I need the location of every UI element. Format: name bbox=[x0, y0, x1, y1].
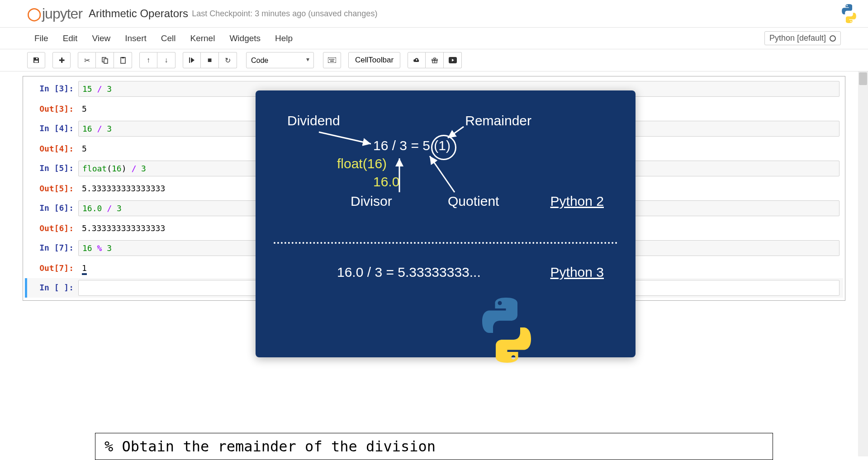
kernel-name: Python [default] bbox=[769, 33, 826, 43]
in-prompt: In [ ]: bbox=[28, 280, 78, 296]
svg-rect-9 bbox=[333, 59, 334, 60]
youtube-button[interactable] bbox=[444, 52, 462, 68]
jupyter-logo[interactable]: ◯ jupyter bbox=[27, 5, 82, 22]
svg-rect-7 bbox=[331, 59, 332, 60]
label-python2: Python 2 bbox=[550, 194, 604, 209]
in-prompt: In [4]: bbox=[28, 121, 78, 137]
scrollbar[interactable] bbox=[858, 71, 868, 456]
svg-line-17 bbox=[430, 156, 455, 192]
restart-kernel-button[interactable]: ↻ bbox=[219, 52, 237, 68]
float-value: 16.0 bbox=[373, 174, 399, 190]
python-logo-big-icon bbox=[473, 296, 541, 364]
menu-view[interactable]: View bbox=[85, 31, 118, 46]
menu-help[interactable]: Help bbox=[268, 31, 300, 46]
out-prompt: Out[6]: bbox=[28, 221, 78, 236]
move-up-button[interactable]: ↑ bbox=[139, 52, 157, 68]
in-prompt: In [3]: bbox=[28, 81, 78, 97]
out-prompt: Out[4]: bbox=[28, 141, 78, 156]
save-button[interactable] bbox=[27, 52, 45, 68]
insert-cell-button[interactable]: ✚ bbox=[52, 52, 71, 68]
out-prompt: Out[7]: bbox=[28, 261, 78, 275]
svg-rect-10 bbox=[330, 61, 334, 62]
remainder-circle bbox=[431, 135, 456, 160]
kernel-indicator[interactable]: Python [default] bbox=[764, 31, 841, 45]
notebook-header: ◯ jupyter Arithmetic Operators Last Chec… bbox=[0, 0, 868, 28]
jupyter-logo-icon: ◯ bbox=[27, 6, 39, 21]
menu-widgets[interactable]: Widgets bbox=[222, 31, 268, 46]
svg-rect-3 bbox=[122, 57, 124, 58]
float-expression: float(16) bbox=[337, 156, 387, 171]
in-prompt: In [5]: bbox=[28, 161, 78, 176]
menu-kernel[interactable]: Kernel bbox=[183, 31, 222, 46]
run-cell-button[interactable] bbox=[183, 52, 201, 68]
in-prompt: In [6]: bbox=[28, 200, 78, 216]
move-down-button[interactable]: ↓ bbox=[157, 52, 175, 68]
scroll-thumb[interactable] bbox=[859, 72, 867, 85]
svg-line-15 bbox=[319, 132, 371, 144]
label-divisor: Divisor bbox=[351, 194, 392, 209]
svg-rect-5 bbox=[328, 57, 336, 63]
out-prompt: Out[3]: bbox=[28, 101, 78, 116]
label-remainder: Remainder bbox=[465, 113, 531, 128]
equation-2: 16.0 / 3 = 5.33333333... bbox=[337, 265, 481, 280]
cell-toolbar-button[interactable]: CellToolbar bbox=[348, 52, 400, 68]
menu-edit[interactable]: Edit bbox=[56, 31, 85, 46]
label-python3: Python 3 bbox=[550, 265, 604, 280]
svg-rect-4 bbox=[189, 57, 190, 63]
command-palette-button[interactable] bbox=[323, 52, 341, 68]
svg-rect-8 bbox=[332, 59, 333, 60]
menubar: File Edit View Insert Cell Kernel Widget… bbox=[0, 28, 868, 49]
label-dividend: Dividend bbox=[287, 113, 340, 128]
interrupt-kernel-button[interactable]: ■ bbox=[201, 52, 219, 68]
out-prompt: Out[5]: bbox=[28, 181, 78, 196]
arrows-icon bbox=[256, 90, 636, 357]
label-quotient: Quotient bbox=[448, 194, 499, 209]
dotted-separator bbox=[274, 242, 617, 244]
jupyter-logo-text: jupyter bbox=[42, 5, 82, 22]
kernel-status-icon bbox=[830, 35, 836, 42]
upload-button[interactable] bbox=[408, 52, 426, 68]
cell-type-select[interactable]: Code bbox=[246, 52, 314, 68]
svg-rect-6 bbox=[329, 59, 330, 60]
caption-text: % Obtain the remainder of the division bbox=[104, 438, 436, 455]
python-logo-icon bbox=[839, 4, 859, 24]
toolbar: ✚ ✂ ↑ ↓ ■ ↻ Code CellToolbar bbox=[0, 49, 868, 71]
copy-cell-button[interactable] bbox=[96, 52, 114, 68]
in-prompt: In [7]: bbox=[28, 240, 78, 256]
caption-bar: % Obtain the remainder of the division bbox=[95, 433, 773, 460]
gift-button[interactable] bbox=[426, 52, 444, 68]
menu-file[interactable]: File bbox=[27, 31, 56, 46]
menu-cell[interactable]: Cell bbox=[154, 31, 183, 46]
slide-overlay: Dividend Remainder 16 / 3 = 5 (1) float(… bbox=[256, 90, 636, 357]
svg-rect-1 bbox=[104, 59, 108, 63]
notebook-name[interactable]: Arithmetic Operators bbox=[89, 7, 188, 20]
menu-insert[interactable]: Insert bbox=[118, 31, 154, 46]
checkpoint-status: Last Checkpoint: 3 minutes ago (unsaved … bbox=[192, 9, 377, 19]
cut-cell-button[interactable]: ✂ bbox=[78, 52, 96, 68]
paste-cell-button[interactable] bbox=[114, 52, 132, 68]
